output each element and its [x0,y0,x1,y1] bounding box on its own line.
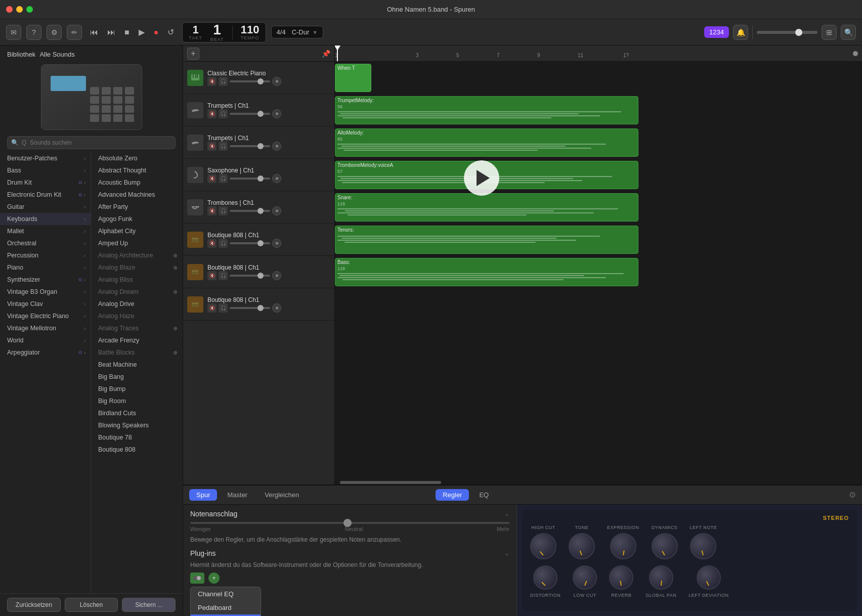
send-button[interactable]: ◉ [272,142,281,151]
send-button[interactable]: ◉ [272,271,281,280]
sound-item-analog-dream[interactable]: Analog Dream ⊕ [91,286,183,298]
mute-button[interactable]: 🔇 [207,206,217,215]
delete-button[interactable]: Löschen [65,598,118,612]
grid-view-button[interactable]: ⊞ [822,25,837,40]
tab-regler[interactable]: Regler [436,489,469,501]
sound-item-boutique-78[interactable]: Boutique 78 [91,431,183,444]
sound-item-analog-bliss[interactable]: Analog Bliss [91,274,183,286]
plugin-add-button[interactable]: + [208,573,220,584]
minimize-button[interactable] [16,6,23,13]
messages-button[interactable]: ✉ [6,25,21,40]
category-item-vintage-clav[interactable]: Vintage Clav › [0,298,91,310]
volume-slider[interactable] [230,242,270,244]
timeline-scrollbar-thumb[interactable] [340,481,441,484]
knob-distortion[interactable] [533,565,557,590]
sound-item-advanced-machines[interactable]: Advanced Machines [91,189,183,201]
smart-controls-button[interactable]: 1234 [704,26,729,38]
add-track-button[interactable]: + [187,48,199,60]
sound-item-birdland-cuts[interactable]: Birdland Cuts [91,407,183,419]
rewind-button[interactable]: ⏮ [87,26,101,39]
knob-expression[interactable] [610,533,636,559]
sound-item-big-room[interactable]: Big Room [91,395,183,407]
mute-button[interactable]: 🔇 [207,109,217,118]
category-item-synthesizer[interactable]: Synthesizer ⊙ › [0,274,91,286]
clip-tenors[interactable]: Tenors: [335,226,638,254]
maximize-button[interactable] [26,6,33,13]
sound-item-blowing-speakers[interactable]: Blowing Speakers [91,419,183,431]
headphones-button[interactable]: 🎧 [219,271,228,280]
sound-item-absolute-zero[interactable]: Absolute Zero [91,152,183,164]
headphones-button[interactable]: 🎧 [219,239,228,248]
edit-button[interactable]: ✏ [67,25,82,40]
headphones-button[interactable]: 🎧 [219,142,228,151]
tab-master[interactable]: Master [220,489,254,501]
volume-slider-piano[interactable] [230,80,270,82]
mute-button-piano[interactable]: 🔇 [207,77,217,86]
headphones-button[interactable]: 🎧 [219,109,228,118]
sound-item-abstract-thought[interactable]: Abstract Thought [91,164,183,177]
velocity-slider-thumb[interactable] [343,519,352,527]
headphones-button[interactable]: 🎧 [219,206,228,215]
sound-item-alphabet-city[interactable]: Alphabet City [91,225,183,237]
settings-button[interactable]: ⚙ [47,25,62,40]
clip-snare[interactable]: Snare: 118 [335,193,638,222]
mute-button[interactable]: 🔇 [207,239,217,248]
sound-item-analog-architecture[interactable]: Analog Architecture ⊕ [91,249,183,261]
category-item-world[interactable]: World › [0,334,91,346]
tab-eq[interactable]: EQ [472,489,496,501]
category-item-arpeggiator[interactable]: Arpeggiator ⊙ › [0,346,91,359]
save-button[interactable]: Sichern ... [122,598,176,612]
play-button[interactable]: ▶ [136,25,148,39]
play-overlay-button[interactable] [464,160,499,196]
volume-slider[interactable] [230,178,270,180]
category-item-guitar[interactable]: Guitar › [0,201,91,213]
sound-item-big-bang[interactable]: Big Bang [91,371,183,383]
search-input[interactable] [7,136,176,149]
knob-high-cut[interactable] [530,533,556,559]
mute-button[interactable]: 🔇 [207,142,217,151]
send-button[interactable]: ◉ [272,239,281,248]
send-button-piano[interactable]: ◉ [272,77,281,86]
knob-tone[interactable] [569,533,595,559]
knob-dynamics[interactable] [652,533,678,559]
headphones-button[interactable]: 🎧 [219,174,228,183]
clip-alto-melody[interactable]: AltoMelody: 65 [335,128,638,157]
mute-button[interactable]: 🔇 [207,174,217,183]
close-button[interactable] [6,6,13,13]
category-item-benutzer[interactable]: Benutzer-Patches › [0,152,91,164]
sound-item-battle-blocks[interactable]: Battle Blocks ⊕ [91,346,183,359]
help-button[interactable]: ? [26,25,41,40]
send-button[interactable]: ◉ [272,174,281,183]
sound-item-after-party[interactable]: After Party [91,201,183,213]
master-volume-slider[interactable] [757,31,817,34]
knob-left-deviation[interactable] [697,565,721,590]
sound-item-acoustic-bump[interactable]: Acoustic Bump [91,177,183,189]
sound-item-beat-machine[interactable]: Beat Machine [91,359,183,371]
sound-item-analog-blaze[interactable]: Analog Blaze ⊕ [91,261,183,274]
sound-item-agogo-funk[interactable]: Agogo Funk [91,213,183,225]
category-item-percussion[interactable]: Percussion › [0,249,91,261]
tab-spur[interactable]: Spur [189,489,217,501]
sound-item-analog-traces[interactable]: Analog Traces ⊕ [91,322,183,334]
search-button[interactable]: 🔍 [841,25,856,40]
category-item-drumkit[interactable]: Drum Kit ⊙ › [0,177,91,189]
category-item-piano[interactable]: Piano › [0,261,91,274]
record-button[interactable]: ● [151,26,162,39]
notification-button[interactable]: 🔔 [733,25,748,40]
clip-bass[interactable]: Bass: 118 [335,258,638,286]
velocity-chevron-icon[interactable]: ⌄ [504,510,509,517]
category-item-keyboards[interactable]: Keyboards › [0,213,91,225]
sound-item-big-bump[interactable]: Big Bump [91,383,183,395]
sound-item-analog-haze[interactable]: Analog Haze [91,310,183,322]
stop-button[interactable]: ■ [121,26,133,39]
sound-item-boutique-808[interactable]: Boutique 808 [91,444,183,456]
plugin-item-pedalboard[interactable]: Pedalboard [191,601,261,614]
send-button[interactable]: ◉ [272,303,281,313]
timeline-scrollbar[interactable] [335,480,862,485]
knob-reverb[interactable] [609,565,633,590]
volume-slider[interactable] [230,275,270,277]
category-item-vintage-b3[interactable]: Vintage B3 Organ › [0,286,91,298]
category-item-electronic-drum[interactable]: Electronic Drum Kit ⊙ › [0,189,91,201]
time-signature-display[interactable]: 4/4 C-Dur ▼ [271,26,324,38]
send-button[interactable]: ◉ [272,206,281,215]
